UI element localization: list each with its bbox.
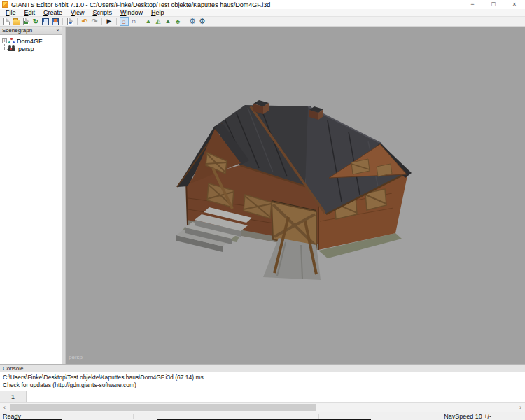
menu-edit[interactable]: Edit xyxy=(20,9,40,17)
magnet-icon: ∩ xyxy=(132,18,136,25)
status-navspeed: NavSpeed 10 +/- xyxy=(444,413,491,420)
terrain-foliage-button[interactable]: ♣ xyxy=(174,17,183,26)
toggle-snap-button[interactable]: ∩ xyxy=(130,17,139,26)
status-divider xyxy=(133,414,134,419)
preferences-button[interactable]: ⚙ xyxy=(198,17,207,26)
save-button[interactable] xyxy=(41,17,50,26)
menu-window[interactable]: Window xyxy=(116,9,147,17)
terrain-paint-icon: ▲ xyxy=(165,18,172,25)
terrain-sculpt-button[interactable]: ▲ xyxy=(144,17,153,26)
undo-icon: ↶ xyxy=(82,18,88,25)
script-input[interactable] xyxy=(27,391,525,402)
tree-item-label: persp xyxy=(18,46,34,52)
camera-icon xyxy=(8,46,16,52)
export-icon xyxy=(52,18,59,25)
import-icon xyxy=(23,18,29,25)
toolbar: ↻ ↶ ↷ ▶ ⌂ ∩ ▲ ◭ ▲ ♣ ⚙ ⚙ xyxy=(0,17,525,27)
screenshot-icon xyxy=(67,18,74,25)
maximize-button[interactable]: □ xyxy=(483,0,504,9)
terrain-paint-button[interactable]: ▲ xyxy=(164,17,173,26)
line-number-gutter: 1 xyxy=(0,391,27,402)
title-bar: GIANTS Editor 64bit 7.1.0 - C:/Users/Fin… xyxy=(0,0,525,9)
scrollbar-thumb[interactable] xyxy=(10,404,316,411)
scenegraph-header[interactable]: Scenegraph × xyxy=(0,27,62,35)
scenegraph-panel: Scenegraph × + Dom4GF persp xyxy=(0,27,62,364)
transform-group-icon xyxy=(8,38,15,44)
script-input-row: 1 xyxy=(0,391,525,402)
open-file-button[interactable] xyxy=(12,17,21,26)
app-logo-icon xyxy=(2,1,8,8)
scenegraph-tree: + Dom4GF persp xyxy=(0,35,62,52)
tree-item-dom4gf[interactable]: + Dom4GF xyxy=(2,37,62,45)
save-icon xyxy=(42,18,49,25)
toolbar-separator xyxy=(141,18,141,25)
console-line: Check for updates (http://gdn.giants-sof… xyxy=(3,382,525,389)
menu-view[interactable]: View xyxy=(66,9,88,17)
terrain-sculpt-icon: ▲ xyxy=(146,18,152,25)
toolbar-separator xyxy=(77,18,78,25)
redo-icon: ↷ xyxy=(92,18,97,25)
new-file-button[interactable] xyxy=(2,17,11,26)
interactive-placement-button[interactable]: ⚙ xyxy=(188,17,197,26)
menu-file[interactable]: File xyxy=(1,9,20,17)
new-file-icon xyxy=(4,18,10,25)
console-panel: Console C:\Users\Finke\Desktop\Test obje… xyxy=(0,364,525,391)
terrain-smooth-icon: ◭ xyxy=(156,18,161,25)
gear-icon: ⚙ xyxy=(199,18,206,25)
console-header[interactable]: Console xyxy=(0,365,525,372)
menu-create[interactable]: Create xyxy=(39,9,66,17)
toolbar-separator xyxy=(62,18,63,25)
menu-bar: File Edit Create View Scripts Window Hel… xyxy=(0,9,525,17)
toggle-local-world-button[interactable]: ⌂ xyxy=(120,17,129,26)
undo-button[interactable]: ↶ xyxy=(80,17,90,26)
tree-item-persp[interactable]: persp xyxy=(2,45,62,52)
house-icon: ⌂ xyxy=(122,18,126,25)
toolbar-separator xyxy=(116,18,117,25)
scroll-right-arrow-icon[interactable]: › xyxy=(516,403,525,412)
tree-branch-line xyxy=(2,45,8,52)
console-title: Console xyxy=(3,365,23,372)
toolbar-separator xyxy=(185,18,186,25)
terrain-smooth-button[interactable]: ◭ xyxy=(154,17,163,26)
export-button[interactable] xyxy=(51,17,60,26)
tree-item-label: Dom4GF xyxy=(17,38,43,45)
redo-button[interactable]: ↷ xyxy=(90,17,99,26)
play-icon: ▶ xyxy=(107,18,112,25)
console-line: C:\Users\Finke\Desktop\Test objekte\Kapu… xyxy=(3,374,525,382)
reload-button[interactable]: ↻ xyxy=(31,17,41,26)
menu-help[interactable]: Help xyxy=(147,9,169,17)
open-folder-icon xyxy=(13,20,20,25)
menu-scripts[interactable]: Scripts xyxy=(88,9,116,17)
scenegraph-title: Scenegraph xyxy=(2,27,32,34)
foliage-icon: ♣ xyxy=(176,18,181,25)
gear-icon: ⚙ xyxy=(189,18,196,25)
panel-close-icon[interactable]: × xyxy=(56,27,59,34)
minimize-button[interactable]: − xyxy=(462,0,483,9)
horizontal-scrollbar[interactable]: ‹ › xyxy=(0,402,525,412)
play-button[interactable]: ▶ xyxy=(105,17,114,26)
close-button[interactable]: × xyxy=(504,0,525,9)
viewport-3d[interactable]: persp xyxy=(66,27,525,364)
window-title: GIANTS Editor 64bit 7.1.0 - C:/Users/Fin… xyxy=(11,1,270,8)
console-output[interactable]: C:\Users\Finke\Desktop\Test objekte\Kapu… xyxy=(0,372,525,391)
toolbar-separator xyxy=(102,18,102,25)
scroll-left-arrow-icon[interactable]: ‹ xyxy=(0,403,9,412)
screenshot-button[interactable] xyxy=(66,17,75,26)
import-button[interactable] xyxy=(22,17,31,26)
viewport-3d-model-house[interactable] xyxy=(66,27,525,364)
reload-icon: ↻ xyxy=(33,18,38,25)
viewport-camera-label: persp xyxy=(69,354,83,360)
